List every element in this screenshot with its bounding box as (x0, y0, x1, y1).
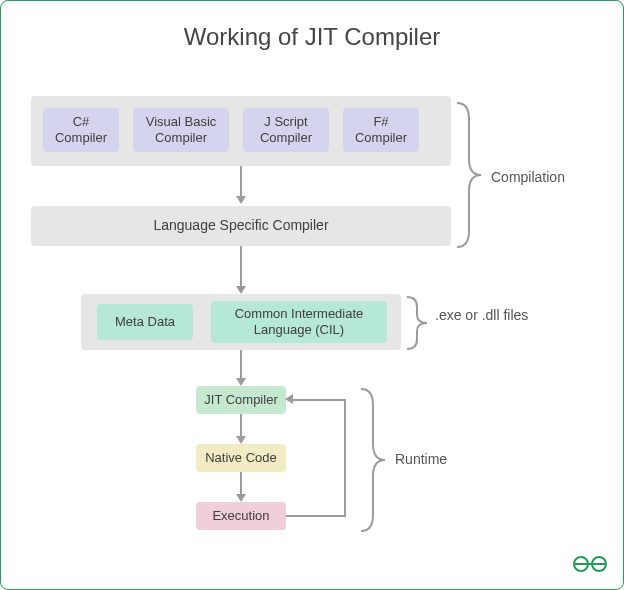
box-jscript-compiler: J Script Compiler (243, 108, 329, 152)
arrow-3 (240, 350, 242, 378)
arrow-4 (240, 414, 242, 436)
arrow-1-head (236, 196, 246, 204)
box-csharp-compiler: C# Compiler (43, 108, 119, 152)
brace-files (405, 295, 429, 351)
arrow-5 (240, 472, 242, 494)
box-fsharp-compiler: F# Compiler (343, 108, 419, 152)
logo-geeksforgeeks (573, 554, 607, 579)
arrow-3-head (236, 378, 246, 386)
arrow-5-head (236, 494, 246, 502)
box-vb-compiler: Visual Basic Compiler (133, 108, 229, 152)
brace-runtime (359, 387, 387, 533)
box-execution: Execution (196, 502, 286, 530)
box-language-specific-compiler: Language Specific Compiler (31, 206, 451, 246)
loop-seg-1 (286, 515, 346, 517)
box-native-code: Native Code (196, 444, 286, 472)
label-runtime: Runtime (395, 451, 447, 467)
arrow-4-head (236, 436, 246, 444)
arrow-2-head (236, 286, 246, 294)
arrow-2 (240, 246, 242, 286)
label-files: .exe or .dll files (435, 307, 528, 324)
box-cil: Common Intermediate Language (CIL) (211, 301, 387, 343)
diagram-title: Working of JIT Compiler (1, 23, 623, 51)
label-compilation: Compilation (491, 169, 565, 185)
loop-seg-2 (344, 399, 346, 517)
arrow-1 (240, 166, 242, 196)
diagram-frame: Working of JIT Compiler C# Compiler Visu… (0, 0, 624, 590)
box-metadata: Meta Data (97, 304, 193, 340)
brace-compilation (455, 101, 483, 249)
loop-seg-3 (292, 399, 346, 401)
loop-head (285, 394, 293, 404)
box-jit-compiler: JIT Compiler (196, 386, 286, 414)
